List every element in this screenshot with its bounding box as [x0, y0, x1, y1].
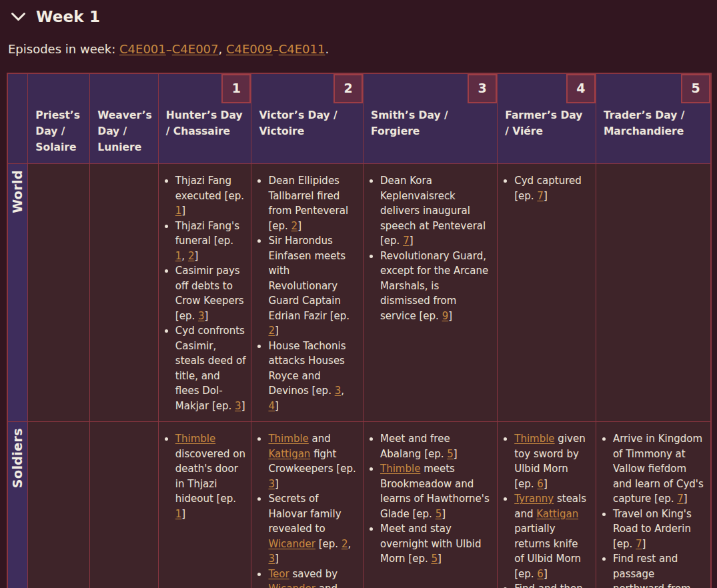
entity-link[interactable]: 5	[431, 553, 438, 565]
entity-link[interactable]: Wicander	[268, 538, 315, 550]
timeline-cell: Dean Kora Keplenvaisreck delivers inaugu…	[364, 164, 498, 422]
event-item: Meet and stay overnight with Ulbid Morn …	[380, 521, 492, 567]
text-segment: ]	[454, 448, 458, 460]
event-item: Meet and free Abalang [ep. 5]	[380, 431, 492, 461]
timeline-cell	[28, 422, 90, 588]
day-number-badge: 1	[221, 74, 251, 103]
event-item: Find rest and passage northward from Ard…	[613, 551, 705, 588]
entity-link[interactable]: 7	[677, 493, 684, 505]
text-segment: ]	[194, 250, 198, 262]
entity-link[interactable]: 7	[403, 235, 410, 247]
episode-link[interactable]: C4E011	[279, 42, 325, 56]
timeline-cell: Dean Ellipides Tallbarrel fired from Pen…	[251, 164, 364, 422]
entity-link[interactable]: 1	[175, 205, 182, 217]
text-segment: ]	[181, 508, 185, 520]
entity-link[interactable]: Thimble	[175, 433, 215, 445]
text-segment: Arrive in Kingdom of Timmony at Vallow f…	[613, 433, 704, 505]
text-segment: Revolutionary Guard, except for the Arca…	[380, 250, 488, 322]
timeline-cell: Thimble given toy sword by Ulbid Morn [e…	[498, 422, 596, 588]
text-segment: ,	[181, 250, 188, 262]
entity-link[interactable]: 1	[175, 250, 182, 262]
event-item: Thimble and Kattigan fight Crowkeepers […	[268, 431, 357, 491]
day-number-badge: 2	[333, 74, 363, 103]
entity-link[interactable]: 9	[442, 310, 449, 322]
episode-link[interactable]: C4E007	[172, 42, 219, 56]
entity-link[interactable]: 3	[235, 400, 241, 412]
row-header-label: World	[11, 170, 24, 213]
table-row: WorldThjazi Fang executed [ep. 1]Thjazi …	[7, 164, 711, 422]
day-column-label: Smith’s Day / Forgiere	[371, 107, 491, 139]
entity-link[interactable]: 2	[268, 325, 275, 337]
text-segment: ]	[410, 235, 414, 247]
timeline-page: Week 1 Episodes in week: C4E001–C4E007, …	[0, 0, 717, 588]
episode-link[interactable]: C4E001	[119, 42, 166, 56]
timeline-cell: Meet and free Abalang [ep. 5]Thimble mee…	[364, 422, 498, 588]
day-number-badge: 5	[681, 74, 710, 103]
day-number-badge: 3	[468, 74, 497, 103]
week-timeline-table: Priest’s Day / SolaireWeaver’s Day / Lun…	[7, 73, 712, 588]
chevron-down-icon[interactable]	[11, 12, 26, 22]
text-segment: Casimir pays off debts to Crow Keepers […	[175, 265, 244, 322]
entity-link[interactable]: 3	[335, 385, 341, 397]
text-segment: saved by	[289, 568, 338, 580]
entity-link[interactable]: 3	[268, 553, 275, 565]
event-item: House Tachonis attacks Houses Royce and …	[268, 339, 357, 414]
entity-link[interactable]: 7	[636, 538, 642, 550]
text-segment: ]	[544, 568, 548, 580]
text-segment: ]	[684, 493, 688, 505]
event-item: Casimir pays off debts to Crow Keepers […	[175, 263, 246, 323]
entity-link[interactable]: Tyranny	[514, 493, 554, 505]
text-segment: ]	[448, 310, 452, 322]
event-item: Thimble discovered on death's door in Th…	[175, 431, 246, 521]
text-segment: ]	[438, 553, 442, 565]
entity-link[interactable]: Kattigan	[536, 508, 578, 520]
event-item: Thjazi Fang's funeral [ep. 1, 2]	[175, 219, 246, 264]
text-segment: [ep.	[315, 538, 341, 550]
entity-link[interactable]: 2	[291, 220, 298, 232]
day-column-label: Priest’s Day / Solaire	[35, 107, 83, 155]
entity-link[interactable]: Thimble	[514, 433, 554, 445]
entity-link[interactable]: 6	[537, 478, 544, 490]
event-item: Sir Harondus Einfasen meets with Revolut…	[268, 233, 357, 339]
event-item: Tyranny steals and Kattigan partially re…	[514, 491, 590, 581]
text-segment: ]	[181, 205, 185, 217]
text-segment: and	[315, 583, 337, 588]
event-list: Cyd captured [ep. 7]	[500, 173, 590, 203]
entity-link[interactable]: Thimble	[380, 463, 420, 475]
timeline-cell: Thimble discovered on death's door in Th…	[158, 422, 251, 588]
entity-link[interactable]: 7	[537, 190, 544, 202]
corner-cell	[7, 73, 28, 164]
day-column-header: 2Victor’s Day / Victoire	[251, 73, 364, 164]
text-segment: Secrets of Halovar family revealed to	[268, 493, 341, 535]
day-number-badge: 4	[566, 74, 596, 103]
entity-link[interactable]: 3	[268, 478, 275, 490]
text-segment: ]	[275, 478, 279, 490]
range-dash: –	[273, 42, 279, 56]
row-header-world: World	[7, 164, 28, 422]
text-segment: Travel on King's Road to Arderin [ep.	[613, 508, 692, 550]
episode-link[interactable]: C4E009	[226, 42, 273, 56]
entity-link[interactable]: Teor	[268, 568, 289, 580]
entity-link[interactable]: 3	[198, 310, 205, 322]
range-dash: –	[166, 42, 172, 56]
entity-link[interactable]: 4	[268, 400, 275, 412]
event-item: Teor saved by Wicander and Tyranny [ep. …	[268, 567, 357, 588]
entity-link[interactable]: 5	[436, 508, 442, 520]
entity-link[interactable]: Kattigan	[268, 448, 310, 460]
day-column-label: Farmer’s Day / Viére	[505, 107, 590, 139]
timeline-cell	[596, 164, 711, 422]
event-item: Arrive in Kingdom of Timmony at Vallow f…	[613, 431, 705, 507]
event-list: Dean Ellipides Tallbarrel fired from Pen…	[254, 173, 357, 413]
text-segment: ]	[297, 220, 301, 232]
entity-link[interactable]: 5	[447, 448, 454, 460]
timeline-cell	[28, 164, 90, 422]
entity-link[interactable]: 6	[537, 568, 544, 580]
text-segment: discovered on death's door in Thjazi hid…	[175, 448, 245, 505]
entity-link[interactable]: Wicander	[268, 583, 315, 588]
timeline-cell: Arrive in Kingdom of Timmony at Vallow f…	[596, 422, 711, 588]
event-item: Find and then kicked out of Hawthorne's …	[514, 581, 590, 588]
entity-link[interactable]: Thimble	[268, 433, 308, 445]
text-segment: Sir Harondus Einfasen meets with Revolut…	[268, 235, 349, 322]
entity-link[interactable]: 1	[175, 508, 182, 520]
text-segment: Thjazi Fang executed [ep.	[175, 175, 244, 202]
